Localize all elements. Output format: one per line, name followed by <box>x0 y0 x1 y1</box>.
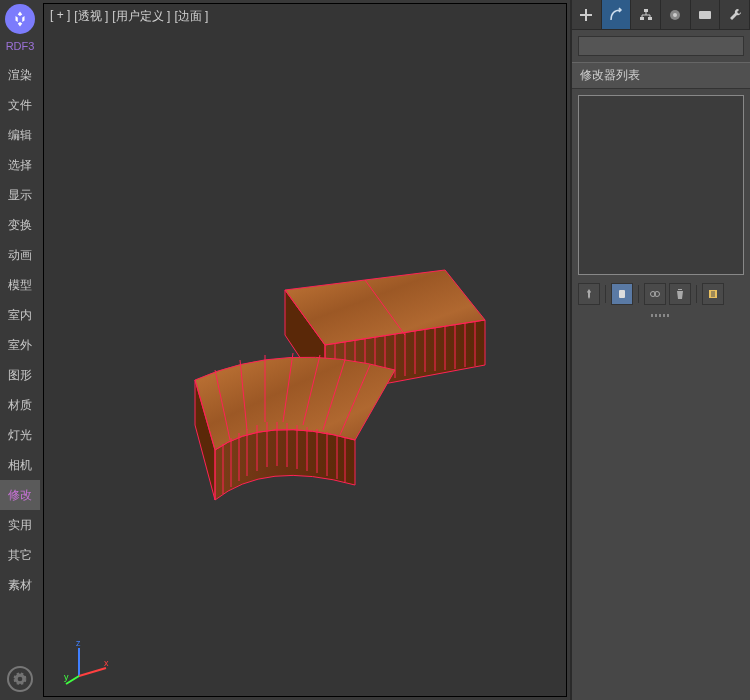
viewport-view-label[interactable]: [透视 ] <box>74 8 108 25</box>
tab-motion[interactable] <box>661 0 691 29</box>
svg-rect-51 <box>644 9 648 12</box>
object-name-field[interactable] <box>578 36 744 56</box>
sidebar-item-interior[interactable]: 室内 <box>0 300 40 330</box>
remove-modifier-button[interactable] <box>669 283 691 305</box>
viewport-shading-label[interactable]: [用户定义 ] <box>112 8 170 25</box>
sidebar-item-file[interactable]: 文件 <box>0 90 40 120</box>
sidebar-item-transform[interactable]: 变换 <box>0 210 40 240</box>
svg-text:x: x <box>104 658 109 668</box>
tab-utilities[interactable] <box>720 0 750 29</box>
make-unique-button[interactable] <box>644 283 666 305</box>
app-label: RDF3 <box>6 40 35 52</box>
left-sidebar: RDF3 渲染 文件 编辑 选择 显示 变换 动画 模型 室内 室外 图形 材质… <box>0 0 40 700</box>
sidebar-item-assets[interactable]: 素材 <box>0 570 40 600</box>
modifier-stack-buttons <box>572 281 750 307</box>
pin-icon <box>583 288 595 300</box>
grip-icon <box>651 314 671 317</box>
wrench-icon <box>727 7 743 23</box>
sidebar-item-exterior[interactable]: 室外 <box>0 330 40 360</box>
modifier-list-header[interactable]: 修改器列表 <box>572 62 750 89</box>
right-panel: 修改器列表 <box>570 0 750 700</box>
sidebar-item-material[interactable]: 材质 <box>0 390 40 420</box>
box-object-curved <box>165 330 445 530</box>
viewport-menu-toggle[interactable]: [ + ] <box>50 8 70 25</box>
sidebar-item-edit[interactable]: 编辑 <box>0 120 40 150</box>
separator <box>638 285 639 303</box>
configure-icon <box>707 288 719 300</box>
viewport-3d[interactable]: [ + ] [透视 ] [用户定义 ] [边面 ] <box>43 3 567 697</box>
viewport-labels: [ + ] [透视 ] [用户定义 ] [边面 ] <box>50 8 208 25</box>
trash-icon <box>674 288 686 300</box>
sidebar-item-modify[interactable]: 修改 <box>0 480 40 510</box>
pin-stack-button[interactable] <box>578 283 600 305</box>
settings-button[interactable] <box>7 666 33 692</box>
sidebar-item-other[interactable]: 其它 <box>0 540 40 570</box>
plus-icon <box>578 7 594 23</box>
sidebar-item-shape[interactable]: 图形 <box>0 360 40 390</box>
svg-rect-57 <box>619 290 625 298</box>
sidebar-item-camera[interactable]: 相机 <box>0 450 40 480</box>
sidebar-item-animation[interactable]: 动画 <box>0 240 40 270</box>
panel-divider[interactable] <box>572 311 750 319</box>
configure-sets-button[interactable] <box>702 283 724 305</box>
sidebar-item-light[interactable]: 灯光 <box>0 420 40 450</box>
separator <box>605 285 606 303</box>
display-icon <box>697 7 713 23</box>
show-end-result-button[interactable] <box>611 283 633 305</box>
svg-rect-53 <box>648 17 652 20</box>
svg-point-55 <box>673 13 677 17</box>
separator <box>696 285 697 303</box>
svg-line-47 <box>79 668 106 676</box>
panel-tabs <box>572 0 750 30</box>
modifier-stack[interactable] <box>578 95 744 275</box>
tab-create[interactable] <box>572 0 602 29</box>
svg-text:z: z <box>76 638 81 648</box>
axis-gizmo: z x y <box>64 636 114 686</box>
sidebar-item-model[interactable]: 模型 <box>0 270 40 300</box>
sidebar-item-utility[interactable]: 实用 <box>0 510 40 540</box>
sidebar-item-display[interactable]: 显示 <box>0 180 40 210</box>
viewport-container: [ + ] [透视 ] [用户定义 ] [边面 ] <box>40 0 570 700</box>
stack-icon <box>616 288 628 300</box>
tab-modify[interactable] <box>602 0 632 29</box>
svg-rect-56 <box>699 11 711 19</box>
motion-icon <box>667 7 683 23</box>
viewport-edge-label[interactable]: [边面 ] <box>174 8 208 25</box>
svg-rect-52 <box>640 17 644 20</box>
hierarchy-icon <box>638 7 654 23</box>
sidebar-item-render[interactable]: 渲染 <box>0 60 40 90</box>
gear-icon <box>13 672 27 686</box>
modify-icon <box>608 7 624 23</box>
app-icon[interactable] <box>5 4 35 34</box>
svg-text:y: y <box>64 672 69 682</box>
tab-display[interactable] <box>691 0 721 29</box>
tab-hierarchy[interactable] <box>631 0 661 29</box>
unique-icon <box>649 288 661 300</box>
sidebar-item-select[interactable]: 选择 <box>0 150 40 180</box>
